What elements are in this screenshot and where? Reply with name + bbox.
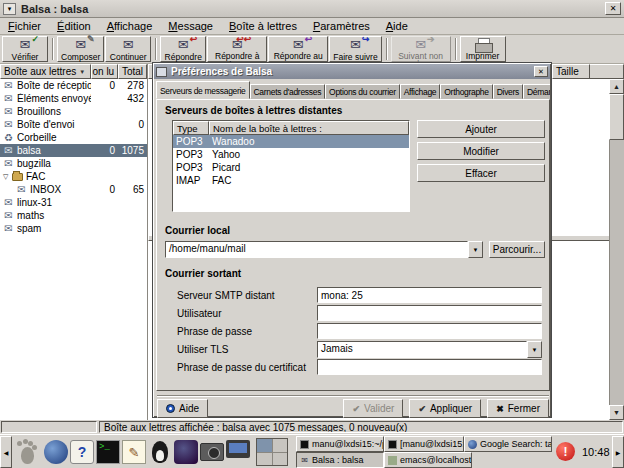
server-row-wanadoo[interactable]: POP3 Wanadoo — [173, 135, 409, 148]
menu-edition[interactable]: Édition — [49, 18, 99, 34]
mailbox-row-balsa[interactable]: ✉ balsa 0 1075 — [0, 144, 147, 157]
workspace-3[interactable] — [257, 453, 272, 466]
tab-carnets-d-adresses[interactable]: Carnets d'adresses — [250, 84, 326, 99]
tree-expander-icon[interactable]: ▽ — [3, 173, 12, 181]
dialog-close-icon[interactable]: ✕ — [534, 66, 548, 77]
mailbox-row-fac-inbox[interactable]: ✉ INBOX 0 65 — [0, 183, 147, 196]
tab-affichage[interactable]: Affichage — [400, 84, 441, 99]
column-header-total[interactable]: Total — [118, 64, 147, 79]
next-unread-button[interactable]: ✉➔ Suivant non lu — [391, 36, 451, 62]
outgoing-mail-heading: Courrier sortant — [165, 268, 241, 279]
server-row-picard[interactable]: POP3 Picard — [173, 161, 409, 174]
column-header-name[interactable]: Nom de la boîte à lettres : — [209, 121, 409, 135]
tab-panel: Serveurs de boîtes à lettres distantes T… — [156, 99, 550, 391]
task-emacs[interactable]: emacs@localhost.loc — [384, 452, 472, 468]
mailbox-row-inbox[interactable]: ✉ Boîte de réception 0 278 — [0, 79, 147, 92]
browse-button[interactable]: Parcourir... — [489, 241, 545, 258]
mailbox-row-spam[interactable]: ✉ spam — [0, 222, 147, 235]
reply-all-button[interactable]: ✉↩↩ Répondre à tous — [207, 36, 267, 62]
scrollbar-thumb[interactable] — [609, 94, 624, 140]
tux-icon[interactable] — [148, 440, 172, 464]
browser-icon[interactable] — [44, 440, 68, 464]
window-close-button[interactable]: ✕ — [605, 2, 621, 15]
server-row-yahoo[interactable]: POP3 Yahoo — [173, 148, 409, 161]
help-launcher-icon[interactable]: ? — [70, 440, 94, 464]
passphrase-input[interactable] — [317, 323, 542, 339]
chevron-down-icon[interactable]: ▼ — [468, 241, 483, 258]
workspace-1[interactable] — [257, 439, 272, 452]
panel-hide-right-icon[interactable]: ▶ — [612, 436, 624, 468]
menu-message[interactable]: Message — [160, 18, 221, 34]
modify-server-button[interactable]: Modifier — [417, 142, 545, 160]
apply-button[interactable]: ✔ Appliquer — [409, 399, 481, 418]
toolbar: ✉✓ Vérifier ✉✎ Composer ✉ Continuer ✉↩ R… — [0, 35, 624, 64]
workspace-4[interactable] — [273, 453, 288, 466]
workspace-pager[interactable] — [256, 438, 288, 466]
editor-icon[interactable]: ✎ — [122, 440, 146, 464]
window-titlebar[interactable]: ▾ Balsa : balsa ✕ — [0, 0, 624, 18]
mailbox-icon: ✉ — [3, 224, 14, 234]
cert-passphrase-input[interactable] — [317, 359, 542, 375]
reply-group-button[interactable]: ✉↩ Répondre au groupe — [268, 36, 328, 62]
mailbox-row-outbox[interactable]: ✉ Boîte d'envoi 0 — [0, 118, 147, 131]
gnome-menu-foot-icon[interactable] — [16, 439, 38, 465]
check-mail-button[interactable]: ✉✓ Vérifier — [2, 36, 48, 62]
task-google-search[interactable]: Google Search: takin — [464, 436, 552, 452]
mailbox-row-fac[interactable]: ▽ FAC — [0, 170, 147, 183]
mailbox-row-drafts[interactable]: ✉ Brouillons — [0, 105, 147, 118]
menu-boite-a-lettres[interactable]: Boîte à lettres — [221, 18, 305, 34]
menu-affichage[interactable]: Affichage — [99, 18, 161, 34]
mailbox-row-maths[interactable]: ✉ maths — [0, 209, 147, 222]
menu-parametres[interactable]: Paramètres — [305, 18, 378, 34]
tab-options-du-courrier[interactable]: Options du courrier — [325, 84, 400, 99]
print-button[interactable]: Imprimer — [460, 36, 506, 62]
tab-demarrage[interactable]: Démarrage — [523, 84, 550, 99]
task-terminal-2[interactable]: [manu@lxdsi15:~/ma — [384, 436, 464, 452]
task-terminal-1[interactable]: manu@lxdsi15:~/proc — [296, 436, 384, 452]
local-mail-path[interactable]: /home/manu/mail — [165, 241, 468, 258]
app-launcher-icon[interactable] — [174, 440, 198, 464]
scroll-down-icon[interactable]: ▼ — [609, 405, 624, 420]
help-button[interactable]: Aide — [157, 399, 208, 418]
delete-server-button[interactable]: Effacer — [417, 164, 545, 182]
mailbox-row-linux31[interactable]: ✉ linux-31 — [0, 196, 147, 209]
column-header-type[interactable]: Type — [173, 121, 209, 135]
mailbox-row-bugzilla[interactable]: ✉ bugzilla — [0, 157, 147, 170]
server-row-fac[interactable]: IMAP FAC — [173, 174, 409, 187]
globe-icon — [468, 440, 477, 449]
panel-hide-left-icon[interactable]: ◀ — [0, 436, 12, 468]
reply-button[interactable]: ✉↩ Répondre — [160, 36, 206, 62]
task-balsa[interactable]: ✉ Balsa : balsa — [296, 452, 384, 468]
compose-button[interactable]: ✉✎ Composer — [57, 36, 104, 62]
column-header-mailbox[interactable]: Boîte aux lettres▼ — [0, 64, 91, 79]
chevron-down-icon[interactable]: ▼ — [527, 341, 542, 358]
tab-serveurs-de-messagerie[interactable]: Serveurs de messagerie — [156, 81, 250, 99]
alert-icon[interactable]: ! — [556, 442, 575, 461]
forward-button[interactable]: ✉↪ Faire suivre — [329, 36, 381, 62]
close-button[interactable]: ✖ Fermer — [487, 399, 549, 418]
smtp-server-input[interactable] — [317, 287, 542, 303]
tab-orthographe[interactable]: Orthographe — [440, 84, 492, 99]
user-label: Utilisateur — [177, 308, 221, 319]
tab-divers[interactable]: Divers — [493, 84, 523, 99]
user-input[interactable] — [317, 305, 542, 321]
column-header-unread[interactable]: Non lu — [91, 64, 118, 79]
scroll-up-icon[interactable]: ▲ — [609, 79, 624, 94]
workspace-2[interactable] — [273, 439, 288, 452]
menu-aide[interactable]: Aide — [378, 18, 416, 34]
dialog-titlebar[interactable]: Préférences de Balsa ✕ — [154, 64, 550, 79]
screenshot-tool-icon[interactable] — [226, 440, 250, 458]
mailbox-icon: ✉ — [3, 198, 14, 208]
vertical-scrollbar[interactable]: ▲ ▼ — [609, 79, 624, 420]
menu-fichier[interactable]: Fichier — [0, 18, 49, 34]
mailbox-row-sent[interactable]: ✉ Éléments envoyés 432 — [0, 92, 147, 105]
column-header-size[interactable]: Taille — [552, 64, 590, 79]
terminal-icon[interactable]: >_ — [96, 440, 120, 464]
add-server-button[interactable]: Ajouter — [417, 120, 545, 138]
tls-combo[interactable]: Jamais ▼ — [317, 341, 542, 358]
window-menu-icon[interactable]: ▾ — [3, 3, 16, 15]
continue-button[interactable]: ✉ Continuer — [105, 36, 151, 62]
mailbox-row-trash[interactable]: ♻ Corbeille — [0, 131, 147, 144]
ok-button[interactable]: ✔ Valider — [343, 399, 403, 418]
camera-icon[interactable] — [200, 443, 224, 461]
